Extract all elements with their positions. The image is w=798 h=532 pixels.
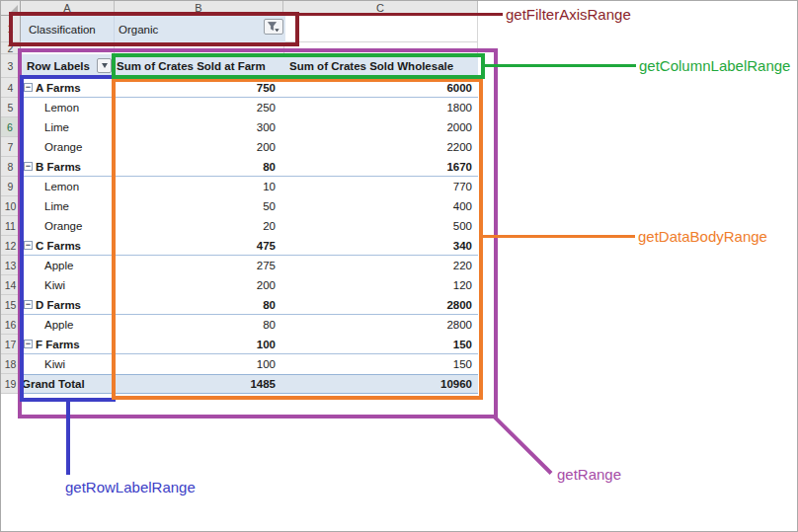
get-range-label: getRange bbox=[557, 466, 621, 483]
get-row-label-range-label: getRowLabelRange bbox=[65, 479, 196, 495]
get-filter-axis-range-outline bbox=[9, 12, 299, 46]
data-body-connector-line bbox=[481, 235, 635, 238]
filter-axis-connector-line bbox=[297, 13, 503, 16]
get-column-label-range-label: getColumnLabelRange bbox=[639, 57, 790, 74]
range-connector-line bbox=[493, 416, 552, 475]
get-row-label-range-outline bbox=[20, 75, 116, 402]
row-label-connector-line bbox=[66, 400, 70, 475]
get-data-body-range-label: getDataBodyRange bbox=[638, 228, 767, 245]
get-column-label-range-outline bbox=[112, 53, 485, 79]
excel-pivottable-annotated-screenshot: A B C 1 2 3 4 5 6 7 8 9 10 11 12 13 14 1… bbox=[0, 0, 798, 532]
get-data-body-range-outline bbox=[112, 78, 483, 400]
get-filter-axis-range-label: getFilterAxisRange bbox=[506, 6, 631, 23]
column-label-connector-line bbox=[483, 64, 636, 67]
